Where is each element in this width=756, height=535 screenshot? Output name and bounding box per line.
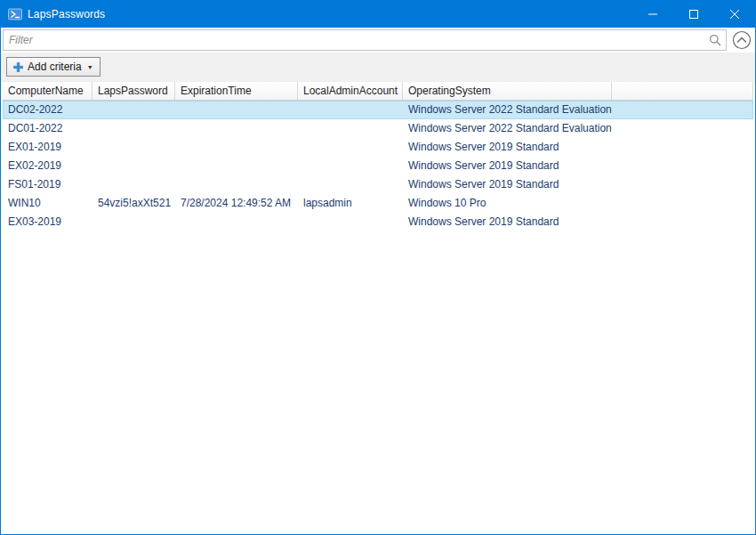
table-cell: 54vzi5!axXt521 — [92, 194, 175, 213]
column-header-filler — [612, 82, 753, 101]
app-window: LapsPasswords — [0, 0, 756, 535]
filter-row — [1, 28, 755, 53]
table-cell — [92, 119, 175, 138]
table-cell — [92, 101, 175, 119]
table-row[interactable]: FS01-2019Windows Server 2019 Standard — [3, 175, 753, 194]
table-cell — [175, 138, 298, 157]
chevron-down-icon: ▼ — [87, 64, 93, 70]
table-cell — [92, 175, 175, 194]
column-header-expirationtime[interactable]: ExpirationTime — [175, 82, 298, 101]
table-cell: Windows Server 2019 Standard — [403, 213, 612, 231]
grid-header: ComputerName LapsPassword ExpirationTime… — [3, 82, 753, 101]
minimize-button[interactable] — [632, 1, 673, 28]
table-cell — [298, 157, 403, 175]
table-cell: WIN10 — [3, 194, 92, 213]
table-cell — [92, 213, 175, 231]
table-cell — [175, 175, 298, 194]
column-header-operatingsystem[interactable]: OperatingSystem — [403, 82, 612, 101]
table-row[interactable]: WIN1054vzi5!axXt5217/28/2024 12:49:52 AM… — [3, 194, 753, 213]
table-cell: EX01-2019 — [3, 138, 92, 157]
table-cell: Windows Server 2022 Standard Evaluation — [403, 119, 612, 138]
table-cell: EX03-2019 — [3, 213, 92, 231]
table-cell: Windows Server 2019 Standard — [403, 175, 612, 194]
table-cell: Windows Server 2019 Standard — [403, 157, 612, 175]
table-cell — [298, 138, 403, 157]
column-header-localadminaccount[interactable]: LocalAdminAccount — [298, 82, 403, 101]
table-cell — [175, 101, 298, 119]
table-cell — [175, 213, 298, 231]
table-cell — [298, 213, 403, 231]
table-row[interactable]: DC02-2022Windows Server 2022 Standard Ev… — [3, 101, 753, 119]
table-cell — [298, 119, 403, 138]
table-cell: 7/28/2024 12:49:52 AM — [175, 194, 298, 213]
table-row[interactable]: DC01-2022Windows Server 2022 Standard Ev… — [3, 119, 753, 138]
table-cell: Windows Server 2022 Standard Evaluation — [403, 101, 612, 119]
table-cell — [92, 157, 175, 175]
table-cell: DC02-2022 — [3, 101, 92, 119]
table-cell: EX02-2019 — [3, 157, 92, 175]
column-header-computername[interactable]: ComputerName — [3, 82, 92, 101]
table-row[interactable]: EX02-2019Windows Server 2019 Standard — [3, 157, 753, 175]
table-cell: FS01-2019 — [3, 175, 92, 194]
results-grid: ComputerName LapsPassword ExpirationTime… — [1, 82, 755, 534]
grid-body: DC02-2022Windows Server 2022 Standard Ev… — [3, 101, 753, 532]
column-header-lapspassword[interactable]: LapsPassword — [92, 82, 175, 101]
close-button[interactable] — [714, 1, 755, 28]
table-cell: Windows 10 Pro — [403, 194, 612, 213]
table-cell: lapsadmin — [298, 194, 403, 213]
search-icon — [709, 34, 721, 46]
filter-input-wrapper — [3, 29, 727, 51]
table-cell: DC01-2022 — [3, 119, 92, 138]
table-cell: Windows Server 2019 Standard — [403, 138, 612, 157]
collapse-criteria-button[interactable] — [731, 29, 752, 51]
add-criteria-button[interactable]: Add criteria ▼ — [6, 57, 101, 77]
maximize-button[interactable] — [673, 1, 714, 28]
table-cell — [298, 101, 403, 119]
plus-icon — [13, 62, 23, 72]
table-cell — [298, 175, 403, 194]
window-controls — [632, 1, 755, 28]
filter-input[interactable] — [3, 29, 727, 51]
table-row[interactable]: EX03-2019Windows Server 2019 Standard — [3, 213, 753, 231]
table-cell — [92, 138, 175, 157]
powershell-icon — [8, 7, 22, 21]
table-row[interactable]: EX01-2019Windows Server 2019 Standard — [3, 138, 753, 157]
table-cell — [175, 119, 298, 138]
window-title: LapsPasswords — [28, 8, 632, 20]
titlebar[interactable]: LapsPasswords — [1, 1, 755, 28]
add-criteria-label: Add criteria — [28, 61, 82, 73]
table-cell — [175, 157, 298, 175]
criteria-toolbar: Add criteria ▼ — [1, 53, 755, 82]
